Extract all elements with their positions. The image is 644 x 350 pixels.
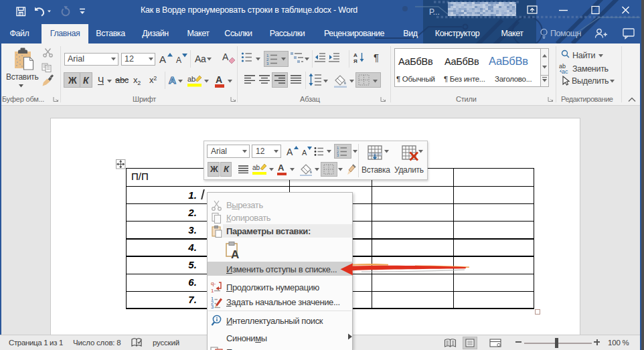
svg-text:А: А (353, 52, 357, 58)
svg-text:ab: ab (187, 75, 195, 83)
svg-text:ab: ab (252, 164, 260, 171)
svg-text:3: 3 (211, 304, 214, 309)
svg-text:1: 1 (211, 288, 214, 293)
svg-text:Я: Я (353, 58, 357, 64)
svg-text:q-: q- (211, 280, 216, 286)
svg-text:3: 3 (337, 153, 339, 157)
svg-text:3: 3 (266, 62, 269, 66)
svg-text:A: A (231, 248, 239, 261)
svg-text:ac: ac (562, 68, 568, 74)
